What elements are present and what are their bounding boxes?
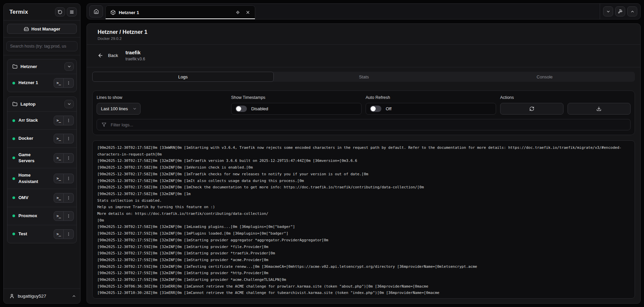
actions-control: Actions	[500, 95, 631, 115]
dots-vertical-icon	[66, 156, 71, 160]
host-menu-button[interactable]	[64, 229, 74, 239]
refresh-icon	[529, 106, 534, 111]
log-line: [90m2025-12-30T06:36:30Z[0m [31mERR[0m […	[97, 283, 630, 290]
group-collapse-button[interactable]	[64, 62, 74, 71]
host-menu-button[interactable]	[64, 193, 74, 203]
show-timestamps-toggle[interactable]	[235, 106, 247, 112]
sidebar-refresh-button[interactable]	[55, 7, 65, 16]
lines-to-show-select[interactable]: Last 100 lines	[97, 103, 141, 115]
user-icon	[9, 294, 14, 299]
host-row[interactable]: Test >_	[7, 225, 76, 243]
host-menu-button[interactable]	[64, 78, 74, 88]
auto-refresh-control: Auto Refresh Off	[366, 95, 496, 115]
host-row[interactable]: OMV >_	[7, 189, 76, 207]
sidebar-menu-button[interactable]	[67, 7, 77, 16]
host-menu-button[interactable]	[64, 174, 74, 183]
host-row[interactable]: Proxmox >_	[7, 207, 76, 225]
tab-stats[interactable]: Stats	[274, 72, 454, 82]
host-manager-section: Host Manager	[4, 20, 80, 38]
host-group-laptop: Laptop Arr Stack >_	[7, 97, 77, 243]
tools-button[interactable]	[615, 6, 625, 16]
log-line: [90m2025-12-30T02:17:59Z[0m [32mINF[0m […	[97, 270, 630, 277]
download-logs-button[interactable]	[568, 103, 631, 115]
terminal-icon: >_	[56, 232, 61, 236]
dots-vertical-icon	[66, 176, 71, 181]
user-menu[interactable]: bugattiguy527	[4, 289, 80, 303]
group-header[interactable]: Hetzner	[7, 59, 76, 74]
host-row[interactable]: Home Assistant >_	[7, 168, 76, 188]
log-line: [90m2025-12-30T10:30:28Z[0m [31mERR[0m […	[97, 290, 630, 296]
terminal-icon: >_	[56, 196, 61, 200]
host-terminal-button[interactable]: >_	[54, 78, 64, 88]
back-button[interactable]: Back	[98, 53, 118, 58]
host-row[interactable]: Arr Stack >_	[7, 111, 76, 129]
main-column: Hetzner 1	[87, 3, 641, 304]
host-row[interactable]: Hetzner 1 >_	[7, 74, 76, 92]
log-controls-card: Lines to show Last 100 lines Show Timest…	[92, 90, 635, 135]
host-terminal-button[interactable]: >_	[54, 153, 64, 163]
terminal-icon: >_	[56, 176, 61, 181]
host-group-hetzner: Hetzner Hetzner 1 >_	[7, 59, 77, 92]
search-section	[4, 38, 80, 55]
auto-refresh-box: Off	[366, 103, 496, 115]
group-host-list: Hetzner 1 >_	[7, 74, 76, 92]
host-label: Test	[18, 231, 27, 237]
online-status-dot	[12, 214, 15, 217]
auto-refresh-toggle[interactable]	[370, 106, 381, 112]
home-icon	[94, 9, 99, 14]
log-line: [90m2025-12-30T02:17:58Z[0m [32mINF[0m […	[97, 158, 630, 164]
auto-refresh-state: Off	[386, 106, 391, 111]
host-terminal-button[interactable]: >_	[54, 211, 64, 221]
split-pane-button[interactable]	[235, 9, 241, 15]
tab-logs[interactable]: Logs	[92, 72, 274, 82]
dots-vertical-icon	[66, 118, 71, 123]
host-terminal-button[interactable]: >_	[54, 174, 64, 183]
host-terminal-button[interactable]: >_	[54, 229, 64, 239]
log-line: More details on: https://doc.traefik.io/…	[97, 210, 630, 217]
host-terminal-button[interactable]: >_	[54, 134, 64, 143]
terminal-icon: >_	[56, 156, 61, 160]
tab-close-button[interactable]	[245, 9, 251, 15]
host-actions: >_	[54, 116, 74, 125]
group-header[interactable]: Laptop	[7, 97, 76, 111]
terminal-icon: >_	[56, 118, 61, 123]
terminal-icon: >_	[56, 214, 61, 218]
host-terminal-button[interactable]: >_	[54, 116, 64, 125]
search-hosts-input[interactable]	[6, 41, 77, 51]
chevron-up-icon	[72, 294, 76, 298]
host-menu-button[interactable]	[64, 153, 74, 163]
lines-to-show-control: Lines to show Last 100 lines	[97, 95, 227, 115]
online-status-dot	[12, 82, 15, 84]
host-row[interactable]: Docker >_	[7, 129, 76, 147]
home-button[interactable]	[89, 5, 103, 17]
show-timestamps-label: Show Timestamps	[231, 95, 362, 100]
log-line: [90m2025-12-30T02:17:59Z[0m [32mINF[0m […	[97, 257, 630, 263]
filter-logs-input[interactable]	[111, 122, 626, 127]
refresh-logs-button[interactable]	[500, 103, 564, 115]
log-output[interactable]: [90m2025-12-30T02:17:58Z[0m [33mWRN[0m […	[92, 140, 635, 299]
collapse-down-button[interactable]	[603, 6, 613, 16]
host-menu-button[interactable]	[64, 116, 74, 125]
tab-console[interactable]: Console	[454, 72, 635, 82]
rotate-ccw-icon	[58, 10, 62, 14]
hard-drive-icon	[24, 26, 29, 32]
dots-vertical-icon	[66, 136, 71, 141]
server-header: Hetzner / Hetzner 1 Docker 29.0.2	[87, 24, 640, 45]
group-collapse-button[interactable]	[64, 100, 74, 108]
host-menu-button[interactable]	[64, 211, 74, 221]
container-content: Logs Stats Console Lines to show Last 10…	[87, 67, 640, 303]
collapse-up-button[interactable]	[627, 6, 637, 16]
host-label: Game Servers	[18, 152, 47, 164]
show-timestamps-box: Disabled	[231, 103, 362, 115]
chevron-down-icon	[67, 102, 71, 106]
log-line: [90m2025-12-30T02:17:58Z[0m [32mINF[0m […	[97, 178, 630, 184]
tab-hetzner-1[interactable]: Hetzner 1	[105, 5, 255, 19]
terminal-icon: >_	[56, 136, 61, 141]
app-root: Termix Host Manager	[0, 0, 644, 307]
host-terminal-button[interactable]: >_	[54, 193, 64, 203]
chevron-down-icon	[67, 64, 71, 69]
host-actions: >_	[54, 174, 74, 183]
host-menu-button[interactable]	[64, 134, 74, 143]
host-manager-button[interactable]: Host Manager	[7, 24, 77, 34]
host-row[interactable]: Game Servers >_	[7, 147, 76, 168]
